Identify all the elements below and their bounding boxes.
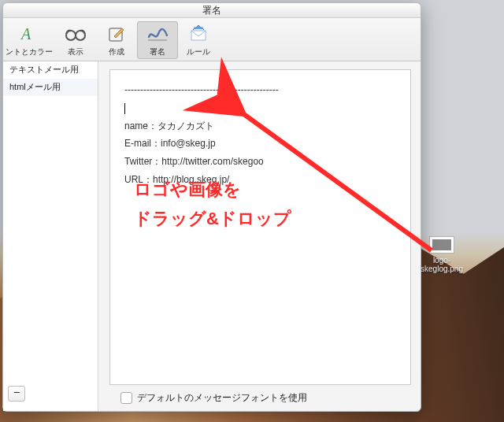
default-font-checkbox[interactable] bbox=[120, 392, 132, 404]
glasses-icon bbox=[55, 23, 96, 45]
signature-divider: ----------------------------------------… bbox=[124, 81, 396, 99]
image-file-icon bbox=[429, 236, 454, 254]
toolbar-label: ントとカラー bbox=[3, 46, 55, 57]
signature-url-line: URL：http://blog.skeg.jp/ bbox=[124, 171, 396, 189]
toolbar-signature[interactable]: 署名 bbox=[137, 21, 178, 59]
toolbar-label: ルール bbox=[178, 46, 219, 57]
toolbar-label: 作成 bbox=[96, 46, 137, 57]
signature-list-item[interactable]: htmlメール用 bbox=[3, 79, 98, 96]
signature-email-line: E-mail：info@skeg.jp bbox=[124, 135, 396, 153]
text-caret bbox=[124, 103, 125, 114]
toolbar-show[interactable]: 表示 bbox=[55, 21, 96, 59]
signatures-preferences-window: 署名 A ントとカラー 表示 作成 署名 bbox=[2, 2, 421, 412]
toolbar-label: 署名 bbox=[137, 46, 178, 57]
preferences-toolbar: A ントとカラー 表示 作成 署名 ルール bbox=[3, 18, 421, 61]
toolbar-fonts-colors[interactable]: A ントとカラー bbox=[3, 21, 55, 59]
desktop-file-label: logo- skeglog.png bbox=[414, 256, 469, 273]
desktop-file-logo[interactable]: logo- skeglog.png bbox=[414, 236, 469, 273]
compose-icon bbox=[96, 23, 137, 45]
toolbar-compose[interactable]: 作成 bbox=[96, 21, 137, 59]
remove-signature-button[interactable]: − bbox=[8, 386, 25, 402]
fonts-colors-icon: A bbox=[3, 23, 55, 45]
window-title: 署名 bbox=[3, 3, 421, 18]
default-font-label: デフォルトのメッセージフォントを使用 bbox=[137, 391, 307, 405]
signature-icon bbox=[137, 23, 178, 45]
signature-list-item[interactable]: テキストメール用 bbox=[3, 61, 98, 79]
signature-editor[interactable]: ----------------------------------------… bbox=[109, 69, 411, 385]
toolbar-rules[interactable]: ルール bbox=[178, 21, 219, 59]
editor-footer: デフォルトのメッセージフォントを使用 bbox=[109, 385, 411, 411]
rules-icon bbox=[178, 23, 219, 45]
signature-caret-line bbox=[124, 99, 396, 117]
signature-list: テキストメール用 htmlメール用 bbox=[3, 61, 98, 411]
toolbar-label: 表示 bbox=[55, 46, 96, 57]
signature-name-line: name：タカノカズト bbox=[124, 117, 396, 135]
signature-twitter-line: Twitter：http://twitter.com/skegoo bbox=[124, 153, 396, 171]
svg-text:A: A bbox=[20, 25, 32, 43]
